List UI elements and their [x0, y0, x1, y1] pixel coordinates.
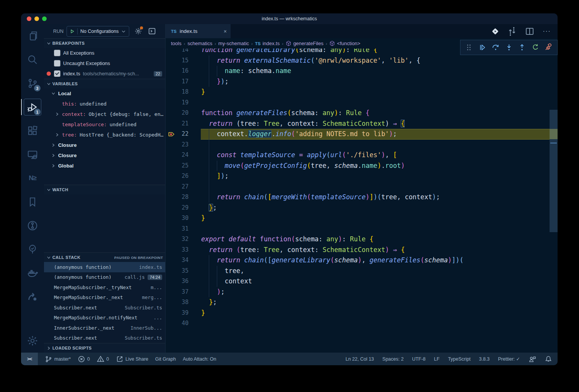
- compare-changes-icon[interactable]: [507, 27, 517, 36]
- activity-bookmarks-icon[interactable]: [21, 190, 44, 214]
- tab-label: index.ts: [180, 28, 198, 34]
- step-out-icon[interactable]: [517, 42, 527, 52]
- step-over-icon[interactable]: [491, 42, 501, 52]
- scope-label: Closure: [58, 153, 76, 158]
- status-item-auto-attach-on[interactable]: Auto Attach: On: [183, 356, 216, 362]
- variable-row[interactable]: Global: [44, 161, 165, 171]
- tab-bar: TS index.ts × ···: [166, 24, 558, 38]
- activity-share-icon[interactable]: [21, 285, 44, 309]
- activity-explorer-icon[interactable]: [21, 24, 44, 48]
- breakpoint-row[interactable]: All Exceptions: [44, 48, 165, 58]
- status-item-git-graph[interactable]: Git Graph: [155, 356, 176, 362]
- restart-icon[interactable]: [530, 42, 540, 52]
- activity-settings-gear-icon[interactable]: [21, 329, 44, 353]
- breakpoints-section-header[interactable]: BREAKPOINTS: [44, 38, 165, 48]
- breadcrumb-item[interactable]: generateFiles: [286, 41, 324, 46]
- window-title: index.ts — wrkschematics: [21, 16, 558, 21]
- breadcrumb-item[interactable]: tools: [171, 41, 181, 46]
- activity-gitlens-icon[interactable]: [21, 214, 44, 237]
- activity-docker-icon[interactable]: [21, 261, 44, 285]
- status-item-feedback-icon[interactable]: [529, 355, 536, 363]
- launch-config-dropdown[interactable]: No Configurations: [67, 26, 129, 37]
- breadcrumb-item[interactable]: schematics: [187, 41, 212, 46]
- breakpoint-row[interactable]: Uncaught Exceptions: [44, 58, 165, 68]
- variable-row[interactable]: Local: [44, 88, 165, 99]
- call-stack-frame[interactable]: MergeMapSubscriber.notifyNext...: [44, 313, 165, 323]
- scrollbar-slider[interactable]: [550, 110, 558, 232]
- activity-run-and-debug-icon[interactable]: 1: [21, 95, 44, 119]
- step-into-icon[interactable]: [504, 42, 514, 52]
- disconnect-icon[interactable]: [544, 42, 554, 52]
- chevron-right-icon[interactable]: [51, 164, 55, 168]
- variable-row[interactable]: Closure: [44, 140, 165, 150]
- variable-row[interactable]: templateSource:undefined: [44, 119, 165, 130]
- breadcrumb-item[interactable]: <function>: [329, 41, 360, 46]
- drag-grip-icon[interactable]: [464, 42, 474, 52]
- breakpoint-row[interactable]: index.tstools/schematics/my-sch...22: [44, 68, 165, 79]
- more-actions-icon[interactable]: ···: [543, 27, 551, 35]
- watch-section-header[interactable]: WATCH: [44, 185, 165, 194]
- breadcrumb-item[interactable]: my-schematic: [218, 41, 249, 46]
- status-item-bell-icon[interactable]: [545, 355, 552, 363]
- status-item-spaces-2[interactable]: Spaces: 2: [382, 356, 404, 362]
- loaded-scripts-section-header[interactable]: LOADED SCRIPTS: [44, 343, 165, 353]
- editor-scrollbar[interactable]: [550, 49, 558, 353]
- frame-location-badge: 74:24: [148, 275, 162, 280]
- chevron-right-icon[interactable]: [51, 153, 55, 158]
- call-stack-frame[interactable]: Subscriber.nextSubscriber.ts: [44, 303, 165, 313]
- activity-extensions-icon[interactable]: [21, 119, 44, 143]
- call-stack-frame[interactable]: MergeMapSubscriber._nextmerg...: [44, 293, 165, 303]
- call-stack-frame[interactable]: (anonymous function)index.ts: [44, 262, 165, 272]
- breakpoint-dot: [47, 72, 51, 76]
- status-item-master[interactable]: master*: [45, 355, 71, 363]
- start-debug-icon[interactable]: [70, 29, 75, 34]
- variable-row[interactable]: Closure: [44, 150, 165, 161]
- chevron-right-icon[interactable]: [51, 143, 55, 147]
- activity-source-control-icon[interactable]: 3: [21, 72, 44, 95]
- open-changes-icon[interactable]: [491, 28, 499, 35]
- tab-index-ts[interactable]: TS index.ts ×: [166, 24, 231, 38]
- variable-value: HostTree {_backend: ScopedH…: [80, 132, 163, 138]
- variable-row[interactable]: context:Object {debug: false, en…: [44, 109, 165, 119]
- activity-search-icon[interactable]: [21, 48, 44, 72]
- chevron-right-icon[interactable]: [55, 112, 59, 116]
- call-stack-section-header[interactable]: CALL STACK PAUSED ON BREAKPOINT: [44, 252, 165, 262]
- call-stack-frame[interactable]: (anonymous function)call.js74:24: [44, 272, 165, 283]
- breakpoint-checkbox[interactable]: [54, 60, 60, 67]
- status-item-3-8-3[interactable]: 3.8.3: [479, 356, 490, 362]
- activity-test-explorer-icon[interactable]: [21, 237, 44, 261]
- split-editor-icon[interactable]: [525, 27, 534, 36]
- remote-indicator[interactable]: ><: [21, 353, 38, 365]
- debug-settings-gear-icon[interactable]: [135, 28, 142, 35]
- call-stack-frame[interactable]: InnerSubscriber._nextInnerSub...: [44, 323, 165, 333]
- breakpoint-checkbox[interactable]: [54, 70, 60, 77]
- status-item-utf-8[interactable]: UTF-8: [412, 356, 425, 362]
- continue-icon[interactable]: [477, 42, 487, 52]
- line-number: 21: [166, 119, 189, 129]
- debug-console-icon[interactable]: [148, 27, 156, 35]
- chevron-down-icon[interactable]: [51, 91, 55, 96]
- status-item-live-share[interactable]: Live Share: [116, 355, 148, 363]
- status-item-0[interactable]: 0: [97, 355, 109, 363]
- call-stack-frame[interactable]: MergeMapSubscriber._tryNextm...: [44, 282, 165, 293]
- breadcrumb-item[interactable]: TSindex.ts: [255, 41, 280, 46]
- vscode-window: index.ts — wrkschematics 31N≥ RUN No Con…: [21, 13, 558, 365]
- breakpoint-label: Uncaught Exceptions: [63, 60, 110, 66]
- status-item-ln-22-col-13[interactable]: Ln 22, Col 13: [345, 356, 374, 362]
- variable-row[interactable]: this:undefined: [44, 99, 165, 109]
- chevron-right-icon[interactable]: [55, 133, 59, 137]
- status-item-0[interactable]: 0: [78, 355, 90, 363]
- status-item-lf[interactable]: LF: [434, 356, 440, 362]
- call-stack-frame[interactable]: Subscriber.nextSubscriber.ts: [44, 333, 165, 343]
- variable-row[interactable]: tree:HostTree {_backend: ScopedH…: [44, 130, 165, 140]
- breakpoint-checkbox[interactable]: [54, 50, 60, 56]
- status-item-typescript[interactable]: TypeScript: [448, 356, 470, 362]
- close-tab-icon[interactable]: ×: [224, 28, 227, 34]
- variables-section-header[interactable]: VARIABLES: [44, 79, 165, 88]
- line-number: 32: [166, 234, 189, 245]
- status-item-prettier[interactable]: Prettier: ✓: [498, 356, 520, 362]
- ts-file-icon: TS: [171, 29, 177, 34]
- activity-nx-console-icon[interactable]: N≥: [21, 166, 44, 190]
- code-editor[interactable]: 14function generateLibrary(schema: any):…: [166, 49, 558, 353]
- activity-remote-explorer-icon[interactable]: [21, 143, 44, 166]
